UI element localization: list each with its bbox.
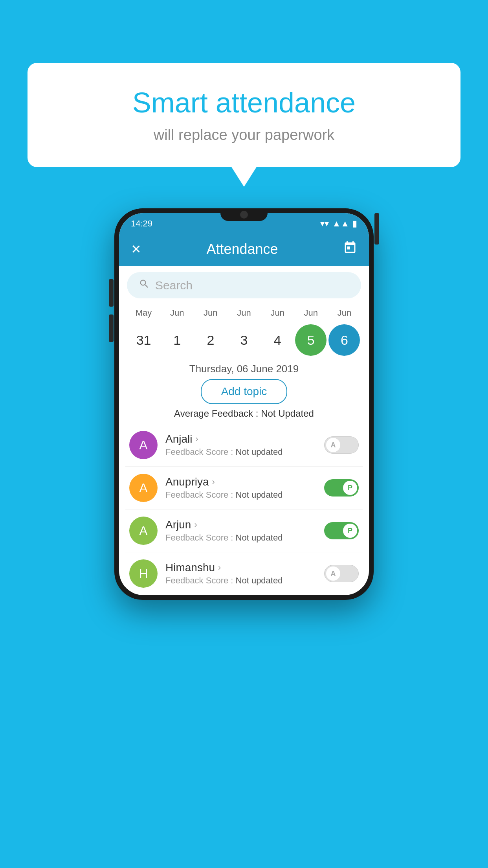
feedback-himanshu: Feedback Score : Not updated — [165, 576, 316, 586]
avatar-anjali: A — [129, 431, 158, 459]
volume-down-button — [109, 314, 114, 342]
cal-day-6[interactable]: 6 — [328, 324, 360, 356]
toggle-arjun[interactable]: P — [324, 522, 359, 539]
avatar-himanshu: H — [129, 559, 158, 588]
cal-day-5[interactable]: 5 — [295, 324, 327, 356]
add-topic-button[interactable]: Add topic — [201, 379, 288, 404]
battery-icon: ▮ — [352, 219, 357, 229]
student-info-himanshu[interactable]: Himanshu › Feedback Score : Not updated — [165, 561, 316, 586]
feedback-arjun: Feedback Score : Not updated — [165, 533, 316, 543]
toggle-knob-anupriya: P — [343, 481, 357, 495]
toggle-knob-anjali: A — [326, 438, 340, 452]
feedback-anjali: Feedback Score : Not updated — [165, 447, 316, 457]
cal-month-2: Jun — [195, 308, 226, 318]
chevron-icon: › — [212, 477, 215, 487]
wifi-icon: ▾▾ — [320, 219, 329, 229]
avatar-arjun: A — [129, 517, 158, 545]
cal-day-4[interactable]: 4 — [262, 324, 293, 356]
toggle-knob-himanshu: A — [326, 566, 340, 581]
cal-month-4: Jun — [262, 308, 293, 318]
student-name-anjali[interactable]: Anjali › — [165, 433, 316, 445]
attendance-toggle-anjali[interactable]: A — [324, 436, 359, 454]
calendar-icon[interactable] — [343, 241, 357, 258]
toggle-anupriya[interactable]: P — [324, 479, 359, 497]
cal-month-1: Jun — [161, 308, 193, 318]
cal-month-3: Jun — [228, 308, 260, 318]
toggle-anjali[interactable]: A — [324, 436, 359, 454]
cal-month-6: Jun — [328, 308, 360, 318]
phone-mockup: 14:29 ▾▾ ▲▲ ▮ ✕ Attendance — [114, 208, 374, 600]
cal-month-0: May — [128, 308, 160, 318]
phone-outer: 14:29 ▾▾ ▲▲ ▮ ✕ Attendance — [114, 208, 374, 600]
search-icon — [139, 278, 150, 292]
signal-icon: ▲▲ — [332, 219, 349, 229]
calendar-months: May Jun Jun Jun Jun Jun Jun — [119, 305, 369, 318]
attendance-toggle-himanshu[interactable]: A — [324, 565, 359, 582]
attendance-toggle-anupriya[interactable]: P — [324, 479, 359, 497]
student-info-anupriya[interactable]: Anupriya › Feedback Score : Not updated — [165, 476, 316, 500]
cal-day-2[interactable]: 2 — [195, 324, 226, 356]
student-info-arjun[interactable]: Arjun › Feedback Score : Not updated — [165, 519, 316, 543]
cal-day-1[interactable]: 1 — [161, 324, 193, 356]
attendance-toggle-arjun[interactable]: P — [324, 522, 359, 539]
student-item-himanshu: H Himanshu › Feedback Score : Not update… — [125, 552, 363, 595]
cal-day-3[interactable]: 3 — [228, 324, 260, 356]
feedback-anupriya: Feedback Score : Not updated — [165, 490, 316, 500]
selected-date-display: Thursday, 06 June 2019 — [119, 363, 369, 375]
student-name-himanshu[interactable]: Himanshu › — [165, 561, 316, 574]
cal-month-5: Jun — [295, 308, 327, 318]
power-button — [374, 213, 379, 245]
avg-feedback-label: Average Feedback : — [174, 408, 258, 419]
student-list: A Anjali › Feedback Score : Not updated … — [119, 424, 369, 595]
student-name-arjun[interactable]: Arjun › — [165, 519, 316, 531]
speech-bubble: Smart attendance will replace your paper… — [28, 63, 460, 167]
search-placeholder: Search — [155, 279, 193, 292]
chevron-icon: › — [194, 520, 197, 530]
hero-subtitle: will replace your paperwork — [59, 127, 429, 143]
hero-section: Smart attendance will replace your paper… — [28, 63, 460, 167]
hero-title: Smart attendance — [59, 86, 429, 119]
cal-day-31[interactable]: 31 — [128, 324, 160, 356]
volume-up-button — [109, 279, 114, 307]
toggle-knob-arjun: P — [343, 524, 357, 538]
app-bar-title: Attendance — [206, 241, 278, 257]
calendar-days: 31 1 2 3 4 5 6 — [119, 318, 369, 359]
chevron-icon: › — [195, 434, 198, 444]
student-item-anupriya: A Anupriya › Feedback Score : Not update… — [125, 467, 363, 509]
status-time: 14:29 — [131, 219, 152, 229]
student-item-anjali: A Anjali › Feedback Score : Not updated … — [125, 424, 363, 467]
phone-camera — [240, 211, 248, 219]
toggle-himanshu[interactable]: A — [324, 565, 359, 582]
avg-feedback: Average Feedback : Not Updated — [119, 408, 369, 419]
student-item-arjun: A Arjun › Feedback Score : Not updated P — [125, 509, 363, 552]
avg-feedback-value: Not Updated — [261, 408, 314, 419]
phone-screen: 14:29 ▾▾ ▲▲ ▮ ✕ Attendance — [119, 213, 369, 595]
student-name-anupriya[interactable]: Anupriya › — [165, 476, 316, 488]
avatar-anupriya: A — [129, 474, 158, 502]
app-bar: ✕ Attendance — [119, 233, 369, 266]
close-button[interactable]: ✕ — [131, 242, 141, 257]
chevron-icon: › — [218, 563, 221, 573]
status-icons: ▾▾ ▲▲ ▮ — [320, 219, 357, 229]
search-bar[interactable]: Search — [127, 272, 361, 298]
student-info-anjali[interactable]: Anjali › Feedback Score : Not updated — [165, 433, 316, 457]
